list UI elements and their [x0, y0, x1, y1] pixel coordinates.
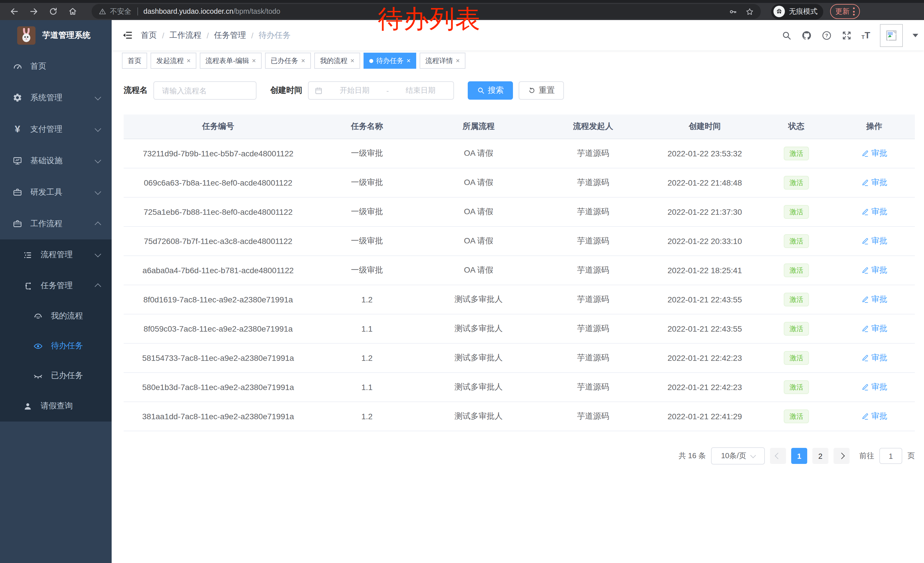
sidebar-item-label: 我的流程 — [51, 311, 83, 321]
dashboard-icon — [13, 61, 22, 71]
process-cell: OA 请假 — [422, 227, 536, 256]
address-bar[interactable]: 不安全 dashboard.yudao.iocoder.cn/bpm/task/… — [92, 4, 761, 19]
sidebar-item-pay[interactable]: ¥ 支付管理 — [0, 113, 112, 145]
action-cell: 审批 — [834, 314, 915, 343]
approve-label: 审批 — [872, 294, 887, 305]
home-icon[interactable] — [68, 7, 77, 16]
end-date-placeholder: 结束日期 — [393, 86, 448, 96]
sidebar-item-my-process[interactable]: 我的流程 — [0, 301, 112, 331]
tab-todo-task[interactable]: 待办任务× — [363, 53, 416, 69]
breadcrumb-item-workflow[interactable]: 工作流程 — [170, 30, 201, 41]
close-icon[interactable]: × — [301, 57, 305, 65]
page-button-1[interactable]: 1 — [791, 448, 807, 464]
sidebar-item-label: 首页 — [30, 61, 46, 71]
action-cell: 审批 — [834, 139, 915, 168]
github-icon[interactable] — [801, 30, 812, 41]
sidebar-item-process-mgmt[interactable]: 流程管理 — [0, 239, 112, 270]
table-row: 580e1b3d-7ac8-11ec-a9e2-a2380e71991a 1.1… — [124, 372, 915, 402]
starter-cell: 芋道源码 — [536, 168, 650, 197]
page-button-2[interactable]: 2 — [812, 448, 828, 464]
sidebar-item-task-mgmt[interactable]: 任务管理 — [0, 270, 112, 301]
table-row: 381aa1dd-7ac8-11ec-a9e2-a2380e71991a 1.2… — [124, 402, 915, 431]
table-header-row: 任务编号 任务名称 所属流程 流程发起人 创建时间 状态 操作 — [124, 114, 915, 139]
task-id-cell: 75d72608-7b7f-11ec-a3c8-acde48001122 — [124, 227, 313, 256]
next-page-button[interactable] — [834, 448, 850, 464]
approve-link[interactable]: 审批 — [861, 323, 887, 333]
action-cell: 审批 — [834, 285, 915, 314]
created-cell: 2022-01-22 18:25:41 — [650, 256, 759, 285]
close-icon[interactable]: × — [406, 57, 411, 65]
tab-process-detail[interactable]: 流程详情× — [420, 53, 465, 69]
status-badge: 激活 — [784, 293, 809, 306]
close-icon[interactable]: × — [350, 57, 354, 65]
browser-update-button[interactable]: 更新 — [830, 4, 860, 19]
sidebar-fold-icon[interactable] — [122, 30, 133, 41]
approve-label: 审批 — [872, 411, 887, 421]
sidebar-item-workflow[interactable]: 工作流程 — [0, 208, 112, 239]
sidebar-item-leave-query[interactable]: 请假查询 — [0, 390, 112, 422]
sidebar-item-todo-task[interactable]: 待办任务 — [0, 331, 112, 361]
chevron-down-icon — [95, 94, 101, 100]
sidebar-item-done-task[interactable]: 已办任务 — [0, 361, 112, 390]
sidebar-item-devtools[interactable]: 研发工具 — [0, 176, 112, 208]
table-row: 73211d9d-7b9b-11ec-b5b7-acde48001122 一级审… — [124, 139, 915, 168]
sidebar-item-system[interactable]: 系统管理 — [0, 82, 112, 113]
password-key-icon[interactable] — [729, 7, 737, 16]
avatar[interactable] — [880, 24, 903, 47]
status-cell: 激活 — [759, 372, 834, 402]
status-cell: 激活 — [759, 343, 834, 372]
tab-process-form-edit[interactable]: 流程表单-编辑× — [200, 53, 262, 69]
status-cell: 激活 — [759, 227, 834, 256]
approve-link[interactable]: 审批 — [861, 236, 887, 246]
breadcrumb-item-home[interactable]: 首页 — [141, 30, 157, 41]
avatar-caret-icon[interactable] — [912, 33, 918, 37]
approve-link[interactable]: 审批 — [861, 411, 887, 421]
reload-icon[interactable] — [49, 7, 58, 16]
bookmark-star-icon[interactable] — [746, 7, 754, 16]
tab-start-process[interactable]: 发起流程× — [151, 53, 196, 69]
tab-done-task[interactable]: 已办任务× — [265, 53, 311, 69]
process-name-input-wrap — [153, 81, 256, 100]
approve-link[interactable]: 审批 — [861, 294, 887, 305]
sidebar-item-home[interactable]: 首页 — [0, 50, 112, 82]
close-icon[interactable]: × — [252, 57, 256, 65]
tab-my-process[interactable]: 我的流程× — [314, 53, 360, 69]
prev-page-button[interactable] — [770, 448, 786, 464]
font-size-icon[interactable]: TT — [861, 31, 870, 40]
task-id-cell: 069c6a63-7b8a-11ec-8ef0-acde48001122 — [124, 168, 313, 197]
approve-label: 审批 — [872, 323, 887, 333]
url-host: dashboard.yudao.iocoder.cn — [143, 8, 233, 15]
app-logo[interactable]: 芋道管理系统 — [0, 20, 112, 50]
page-size-select[interactable]: 10条/页 — [711, 447, 765, 464]
tab-label: 流程详情 — [425, 56, 453, 66]
fullscreen-icon[interactable] — [841, 30, 852, 41]
task-name-cell: 一级审批 — [313, 197, 422, 227]
browser-menu-icon[interactable] — [853, 7, 855, 16]
breadcrumb-item-task-mgmt[interactable]: 任务管理 — [214, 30, 246, 41]
breadcrumb-item-current: 待办任务 — [258, 30, 291, 41]
approve-link[interactable]: 审批 — [861, 353, 887, 363]
process-name-input[interactable] — [161, 86, 249, 95]
forward-icon[interactable] — [29, 7, 38, 16]
search-button[interactable]: 搜索 — [468, 81, 513, 100]
date-range-picker[interactable]: 开始日期 - 结束日期 — [308, 81, 454, 100]
range-separator: - — [386, 86, 389, 95]
tags-view-bar: 首页 发起流程× 流程表单-编辑× 已办任务× 我的流程× 待办任务× 流程详情… — [112, 50, 924, 72]
approve-link[interactable]: 审批 — [861, 206, 887, 217]
search-icon[interactable] — [781, 30, 792, 41]
goto-page-input[interactable] — [879, 448, 902, 464]
help-icon[interactable] — [821, 30, 831, 41]
approve-link[interactable]: 审批 — [861, 148, 887, 158]
close-icon[interactable]: × — [187, 57, 190, 65]
approve-link[interactable]: 审批 — [861, 382, 887, 392]
approve-link[interactable]: 审批 — [861, 177, 887, 188]
task-id-cell: 725a1eb6-7b88-11ec-8ef0-acde48001122 — [124, 197, 313, 227]
close-icon[interactable]: × — [456, 57, 460, 65]
approve-link[interactable]: 审批 — [861, 265, 887, 275]
sidebar-item-infra[interactable]: 基础设施 — [0, 145, 112, 176]
back-icon[interactable] — [10, 7, 19, 16]
pagination: 共 16 条 10条/页 1 2 前往 页 — [112, 447, 915, 464]
reset-button[interactable]: 重置 — [519, 81, 564, 100]
tab-home[interactable]: 首页 — [122, 53, 147, 69]
created-cell: 2022-01-22 20:33:10 — [650, 227, 759, 256]
